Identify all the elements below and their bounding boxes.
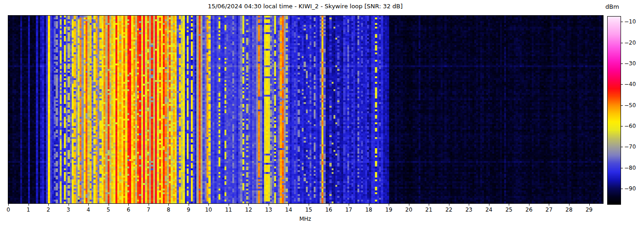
colorbar-tick-mark bbox=[621, 105, 623, 106]
colorbar-canvas bbox=[608, 17, 621, 204]
x-tick-label: 21 bbox=[426, 207, 432, 213]
x-tick-label: 16 bbox=[325, 207, 332, 213]
x-tick-mark bbox=[288, 204, 289, 206]
x-tick-mark bbox=[8, 204, 9, 206]
x-tick-label: 3 bbox=[67, 207, 70, 213]
x-tick-label: 10 bbox=[205, 207, 212, 213]
colorbar-tick-mark bbox=[621, 22, 623, 22]
x-tick-label: 29 bbox=[586, 207, 592, 213]
x-tick-mark bbox=[208, 204, 209, 206]
x-tick-label: 26 bbox=[525, 207, 532, 213]
x-tick-mark bbox=[168, 204, 169, 206]
x-tick-label: 15 bbox=[305, 207, 312, 213]
spectrogram-figure: 15/06/2024 04:30 local time - KIWI_2 - S… bbox=[0, 0, 644, 230]
colorbar-tick-label: −80 bbox=[624, 165, 636, 171]
x-tick-mark bbox=[509, 204, 509, 206]
x-tick-mark bbox=[409, 204, 409, 206]
x-tick-label: 5 bbox=[107, 207, 110, 213]
colorbar-tick-label: −90 bbox=[624, 185, 636, 192]
x-tick-mark bbox=[469, 204, 469, 206]
x-tick-mark bbox=[329, 204, 329, 206]
x-tick-label: 6 bbox=[126, 207, 130, 213]
spectrogram-canvas bbox=[8, 16, 603, 203]
x-tick-label: 13 bbox=[265, 207, 272, 213]
colorbar-tick-label: −40 bbox=[624, 81, 636, 87]
x-tick-label: 27 bbox=[546, 207, 552, 213]
x-tick-mark bbox=[109, 204, 109, 206]
x-tick-mark bbox=[88, 204, 89, 206]
x-tick-label: 20 bbox=[405, 207, 412, 213]
x-tick-label: 1 bbox=[27, 207, 30, 213]
x-tick-mark bbox=[69, 204, 69, 206]
colorbar-tick-label: −60 bbox=[624, 123, 636, 129]
chart-title: 15/06/2024 04:30 local time - KIWI_2 - S… bbox=[8, 3, 603, 10]
x-tick-label: 18 bbox=[365, 207, 372, 213]
x-tick-mark bbox=[549, 204, 549, 206]
colorbar-tick-label: −20 bbox=[624, 40, 636, 46]
x-tick-mark bbox=[128, 204, 129, 206]
x-tick-label: 0 bbox=[6, 207, 10, 213]
x-tick-label: 9 bbox=[187, 207, 190, 213]
x-tick-mark bbox=[149, 204, 149, 206]
x-tick-mark bbox=[489, 204, 489, 206]
x-tick-label: 14 bbox=[285, 207, 292, 213]
x-tick-mark bbox=[309, 204, 309, 206]
colorbar-tick-label: −50 bbox=[624, 102, 636, 109]
x-tick-label: 17 bbox=[345, 207, 352, 213]
x-tick-label: 28 bbox=[565, 207, 572, 213]
colorbar-title: dBm bbox=[605, 3, 619, 10]
x-tick-mark bbox=[529, 204, 529, 206]
x-tick-label: 22 bbox=[445, 207, 452, 213]
x-tick-mark bbox=[589, 204, 590, 206]
waterfall-plot-area bbox=[8, 15, 604, 204]
x-tick-mark bbox=[248, 204, 249, 206]
x-tick-mark bbox=[569, 204, 569, 206]
x-tick-label: 12 bbox=[245, 207, 252, 213]
x-tick-label: 19 bbox=[385, 207, 392, 213]
x-tick-label: 8 bbox=[167, 207, 170, 213]
x-tick-label: 11 bbox=[225, 207, 232, 213]
x-tick-mark bbox=[429, 204, 429, 206]
x-tick-label: 23 bbox=[466, 207, 472, 213]
colorbar-tick-label: −10 bbox=[624, 18, 636, 25]
x-tick-label: 2 bbox=[46, 207, 50, 213]
colorbar-tick-mark bbox=[621, 147, 623, 147]
colorbar-tick-label: −70 bbox=[624, 144, 636, 150]
colorbar-tick-mark bbox=[621, 168, 623, 168]
x-tick-mark bbox=[269, 204, 269, 206]
x-tick-mark bbox=[48, 204, 49, 206]
x-tick-mark bbox=[29, 204, 29, 206]
x-axis-label: MHz bbox=[8, 216, 603, 222]
x-tick-label: 7 bbox=[147, 207, 150, 213]
x-tick-mark bbox=[389, 204, 389, 206]
colorbar-tick-mark bbox=[621, 84, 623, 85]
x-tick-label: 25 bbox=[506, 207, 512, 213]
x-tick-mark bbox=[449, 204, 449, 206]
x-tick-label: 4 bbox=[86, 207, 90, 213]
colorbar-tick-mark bbox=[621, 43, 623, 43]
colorbar-tick-mark bbox=[621, 189, 623, 189]
colorbar-tick-mark bbox=[621, 63, 623, 64]
x-tick-mark bbox=[349, 204, 349, 206]
x-tick-mark bbox=[229, 204, 229, 206]
x-tick-mark bbox=[369, 204, 369, 206]
colorbar bbox=[607, 16, 621, 205]
x-tick-label: 24 bbox=[485, 207, 492, 213]
colorbar-tick-label: −30 bbox=[624, 60, 636, 67]
x-tick-mark bbox=[189, 204, 189, 206]
colorbar-tick-mark bbox=[621, 126, 623, 126]
